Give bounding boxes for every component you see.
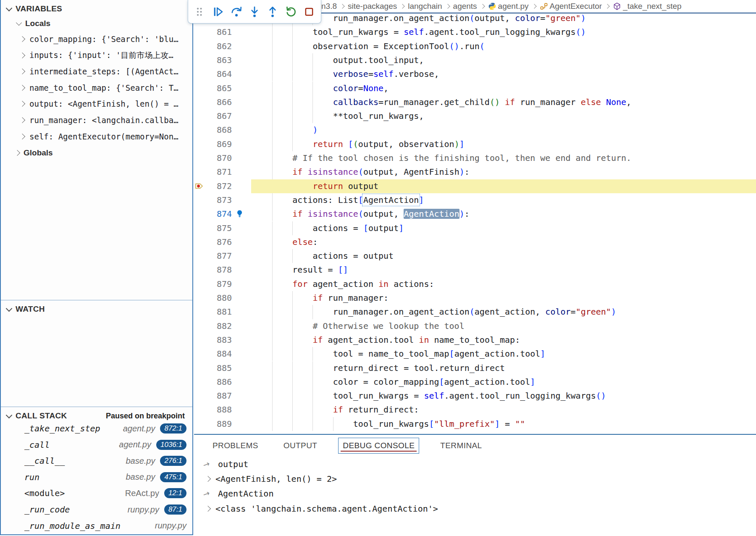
- line-number[interactable]: 879: [202, 277, 232, 291]
- line-number[interactable]: 875: [202, 221, 232, 235]
- code-text[interactable]: if return_direct:: [252, 403, 419, 417]
- code-line[interactable]: 866callbacks=run_manager.get_child() if …: [194, 95, 756, 109]
- code-text[interactable]: # Otherwise we lookup the tool: [252, 319, 465, 333]
- code-text[interactable]: if agent_action.tool in name_to_tool_map…: [252, 333, 520, 347]
- console-input-row[interactable]: →AgentAction: [194, 486, 756, 501]
- code-text[interactable]: color=None,: [252, 81, 388, 95]
- code-line[interactable]: 873actions: List[AgentAction]: [194, 193, 756, 207]
- tab-terminal[interactable]: TERMINAL: [436, 438, 486, 453]
- variables-scope-globals[interactable]: Globals: [1, 146, 192, 160]
- chevron-right-icon[interactable]: [205, 506, 211, 512]
- line-number[interactable]: 871: [202, 165, 232, 179]
- code-line[interactable]: 861tool_run_kwargs = self.agent.tool_run…: [194, 25, 756, 39]
- code-text[interactable]: if isinstance(output, AgentAction):: [252, 207, 470, 221]
- lightbulb-icon[interactable]: [236, 210, 244, 218]
- code-line[interactable]: 880if run_manager:: [194, 291, 756, 305]
- line-number[interactable]: 888: [202, 403, 232, 417]
- line-number[interactable]: 885: [202, 361, 232, 375]
- breadcrumb-item[interactable]: AgentExecutor: [540, 2, 602, 11]
- code-line[interactable]: 862observation = ExceptionTool().run(: [194, 39, 756, 53]
- code-text[interactable]: **tool_run_kwargs,: [252, 109, 424, 123]
- code-line[interactable]: 863output.tool_input,: [194, 53, 756, 67]
- code-line[interactable]: 874if isinstance(output, AgentAction):: [194, 207, 756, 221]
- code-line[interactable]: 882# Otherwise we lookup the tool: [194, 319, 756, 333]
- code-line[interactable]: 883if agent_action.tool in name_to_tool_…: [194, 333, 756, 347]
- code-text[interactable]: ): [252, 123, 318, 137]
- line-number[interactable]: 884: [202, 347, 232, 361]
- code-line[interactable]: 886color = color_mapping[agent_action.to…: [194, 375, 756, 389]
- line-number[interactable]: 866: [202, 95, 232, 109]
- console-input-row[interactable]: →output: [194, 457, 756, 471]
- code-text[interactable]: # If the tool chosen is the finishing to…: [252, 151, 631, 165]
- code-text[interactable]: result = []: [252, 263, 348, 277]
- code-text[interactable]: if isinstance(output, AgentFinish):: [252, 165, 470, 179]
- variable-row[interactable]: output: <AgentFinish, len() = …: [1, 96, 192, 112]
- line-number[interactable]: 883: [202, 333, 232, 347]
- line-number[interactable]: 889: [202, 417, 232, 431]
- code-text[interactable]: verbose=self.verbose,: [252, 67, 439, 81]
- code-text[interactable]: return [(output, observation)]: [252, 137, 465, 151]
- line-number[interactable]: 867: [202, 109, 232, 123]
- call-stack-frame[interactable]: _callagent.py1036:1: [1, 437, 192, 453]
- call-stack-frame[interactable]: runbase.py475:1: [1, 469, 192, 485]
- code-text[interactable]: if run_manager:: [252, 291, 388, 305]
- restart-icon[interactable]: [284, 5, 298, 18]
- tab-debug-console[interactable]: DEBUG CONSOLE: [338, 438, 419, 454]
- line-number[interactable]: 874: [202, 207, 232, 221]
- variables-scope-locals[interactable]: Locals: [1, 16, 192, 31]
- line-number[interactable]: 863: [202, 53, 232, 67]
- code-line[interactable]: 887tool_run_kwargs = self.agent.tool_run…: [194, 389, 756, 403]
- code-line[interactable]: 889tool_run_kwargs["llm_prefix"] = "": [194, 417, 756, 431]
- console-result-row[interactable]: <class 'langchain.schema.agent.AgentActi…: [194, 501, 756, 516]
- code-line[interactable]: 869return [(output, observation)]: [194, 137, 756, 151]
- line-number[interactable]: 887: [202, 389, 232, 403]
- line-number[interactable]: 862: [202, 39, 232, 53]
- line-number[interactable]: 869: [202, 137, 232, 151]
- variable-row[interactable]: name_to_tool_map: {'Search': T…: [1, 80, 192, 96]
- code-text[interactable]: tool = name_to_tool_map[agent_action.too…: [252, 347, 545, 361]
- breadcrumb-item[interactable]: site-packages: [348, 2, 397, 11]
- breadcrumb-item[interactable]: agents: [453, 2, 477, 11]
- code-line[interactable]: 884tool = name_to_tool_map[agent_action.…: [194, 347, 756, 361]
- code-text[interactable]: return output: [252, 179, 378, 193]
- variables-header[interactable]: VARIABLES: [1, 3, 192, 15]
- breadcrumb-item[interactable]: _take_next_step: [613, 2, 681, 11]
- debug-console[interactable]: →output<AgentFinish, len() = 2>→AgentAct…: [194, 457, 756, 516]
- code-text[interactable]: for agent_action in actions:: [252, 277, 434, 291]
- code-line[interactable]: 864verbose=self.verbose,: [194, 67, 756, 81]
- code-text[interactable]: actions = output: [252, 249, 394, 263]
- code-line[interactable]: 888if return_direct:: [194, 403, 756, 417]
- console-result-row[interactable]: <AgentFinish, len() = 2>: [194, 471, 756, 486]
- step-over-icon[interactable]: [230, 5, 243, 18]
- tab-problems[interactable]: PROBLEMS: [208, 438, 262, 453]
- step-into-icon[interactable]: [248, 5, 261, 18]
- line-number[interactable]: 861: [202, 25, 232, 39]
- variable-row[interactable]: run_manager: <langchain.callba…: [1, 112, 192, 128]
- variable-row[interactable]: intermediate_steps: [(AgentAct…: [1, 63, 192, 79]
- call-stack-frame[interactable]: <module>ReAct.py12:1: [1, 485, 192, 501]
- line-number[interactable]: 868: [202, 123, 232, 137]
- stop-icon[interactable]: [302, 5, 316, 18]
- variable-row[interactable]: inputs: {'input': '目前市场上攻…: [1, 47, 192, 63]
- code-text[interactable]: tool_run_kwargs = self.agent.tool_run_lo…: [252, 389, 606, 403]
- line-number[interactable]: 864: [202, 67, 232, 81]
- tab-output[interactable]: OUTPUT: [279, 438, 322, 453]
- line-number[interactable]: 873: [202, 193, 232, 207]
- breadcrumb-item[interactable]: agent.py: [488, 2, 529, 11]
- code-line[interactable]: 885return_direct = tool.return_direct: [194, 361, 756, 375]
- line-number[interactable]: 881: [202, 305, 232, 319]
- line-number[interactable]: 865: [202, 81, 232, 95]
- call-stack-frame[interactable]: _run_coderunpy.py87:1: [1, 502, 192, 518]
- line-number[interactable]: 878: [202, 263, 232, 277]
- step-out-icon[interactable]: [266, 5, 279, 18]
- code-line[interactable]: 881run_manager.on_agent_action(agent_act…: [194, 305, 756, 319]
- breadcrumb-item[interactable]: n3.8: [321, 2, 337, 11]
- code-text[interactable]: observation = ExceptionTool().run(: [252, 39, 485, 53]
- call-stack-frame[interactable]: _run_module_as_mainrunpy.py: [1, 518, 192, 534]
- code-line[interactable]: 877actions = output: [194, 249, 756, 263]
- code-line[interactable]: 865color=None,: [194, 81, 756, 95]
- code-line[interactable]: 878result = []: [194, 263, 756, 277]
- code-text[interactable]: tool_run_kwargs["llm_prefix"] = "": [252, 417, 525, 431]
- code-line[interactable]: 875actions = [output]: [194, 221, 756, 235]
- code-line[interactable]: 876else:: [194, 235, 756, 249]
